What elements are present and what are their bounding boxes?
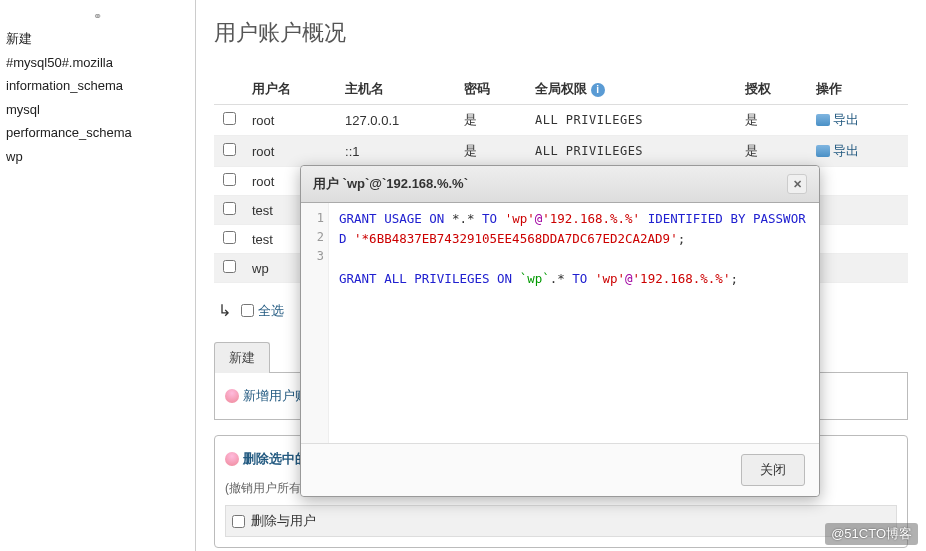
person-icon	[225, 389, 239, 403]
cell-user: root	[244, 136, 337, 167]
sidebar-item-db[interactable]: mysql	[6, 98, 189, 122]
page-title: 用户账户概况	[214, 18, 908, 48]
link-icon: ⚭	[6, 10, 189, 23]
header-global-priv[interactable]: 全局权限 i	[527, 74, 737, 105]
delete-db-option[interactable]: 删除与用户	[225, 505, 897, 537]
cell-host: ::1	[337, 136, 456, 167]
add-user-link[interactable]: 新增用户账	[225, 383, 308, 409]
delete-db-label: 删除与用户	[251, 512, 316, 530]
export-link[interactable]: 导出	[816, 111, 859, 129]
header-host[interactable]: 主机名	[337, 74, 456, 105]
select-all-label: 全选	[258, 302, 284, 320]
sidebar: ⚭ 新建 #mysql50#.mozilla information_schem…	[0, 0, 196, 551]
watermark: @51CTO博客	[825, 523, 918, 545]
cell-grant: 是	[737, 105, 808, 136]
modal-body: 123 GRANT USAGE ON *.* TO 'wp'@'192.168.…	[301, 203, 819, 443]
sql-modal: 用户 `wp`@`192.168.%.%` ✕ 123 GRANT USAGE …	[300, 165, 820, 497]
new-section-tab[interactable]: 新建	[214, 342, 270, 373]
table-row[interactable]: root ::1 是 ALL PRIVILEGES 是 导出	[214, 136, 908, 167]
row-checkbox[interactable]	[223, 202, 236, 215]
delete-db-checkbox[interactable]	[232, 515, 245, 528]
export-icon	[816, 145, 830, 157]
row-checkbox[interactable]	[223, 112, 236, 125]
cell-host: 127.0.0.1	[337, 105, 456, 136]
header-action: 操作	[808, 74, 908, 105]
delete-selected-title: 删除选中的	[225, 446, 308, 472]
code-line-gutter: 123	[301, 203, 329, 443]
cell-pwd: 是	[456, 105, 527, 136]
cell-user: root	[244, 105, 337, 136]
info-icon[interactable]: i	[591, 83, 605, 97]
header-checkbox-col	[214, 74, 244, 105]
header-grant[interactable]: 授权	[737, 74, 808, 105]
modal-footer: 关闭	[301, 443, 819, 496]
modal-header[interactable]: 用户 `wp`@`192.168.%.%` ✕	[301, 166, 819, 203]
export-link[interactable]: 导出	[816, 142, 859, 160]
export-icon	[816, 114, 830, 126]
modal-close-btn[interactable]: 关闭	[741, 454, 805, 486]
sidebar-item-db[interactable]: information_schema	[6, 74, 189, 98]
sidebar-item-db[interactable]: wp	[6, 145, 189, 169]
row-checkbox[interactable]	[223, 260, 236, 273]
cell-priv: ALL PRIVILEGES	[527, 105, 737, 136]
sql-code-area[interactable]: GRANT USAGE ON *.* TO 'wp'@'192.168.%.%'…	[329, 203, 819, 443]
row-checkbox[interactable]	[223, 231, 236, 244]
sidebar-item-db[interactable]: #mysql50#.mozilla	[6, 51, 189, 75]
cell-priv: ALL PRIVILEGES	[527, 136, 737, 167]
modal-close-button[interactable]: ✕	[787, 174, 807, 194]
person-delete-icon	[225, 452, 239, 466]
modal-title: 用户 `wp`@`192.168.%.%`	[313, 175, 468, 193]
row-checkbox[interactable]	[223, 173, 236, 186]
table-row[interactable]: root 127.0.0.1 是 ALL PRIVILEGES 是 导出	[214, 105, 908, 136]
arrow-up-icon: ↳	[218, 301, 231, 320]
select-all[interactable]: 全选	[241, 302, 284, 320]
sidebar-item-new[interactable]: 新建	[6, 27, 189, 51]
sidebar-item-db[interactable]: performance_schema	[6, 121, 189, 145]
cell-grant: 是	[737, 136, 808, 167]
header-username[interactable]: 用户名	[244, 74, 337, 105]
select-all-checkbox[interactable]	[241, 304, 254, 317]
header-password[interactable]: 密码	[456, 74, 527, 105]
row-checkbox[interactable]	[223, 143, 236, 156]
cell-pwd: 是	[456, 136, 527, 167]
